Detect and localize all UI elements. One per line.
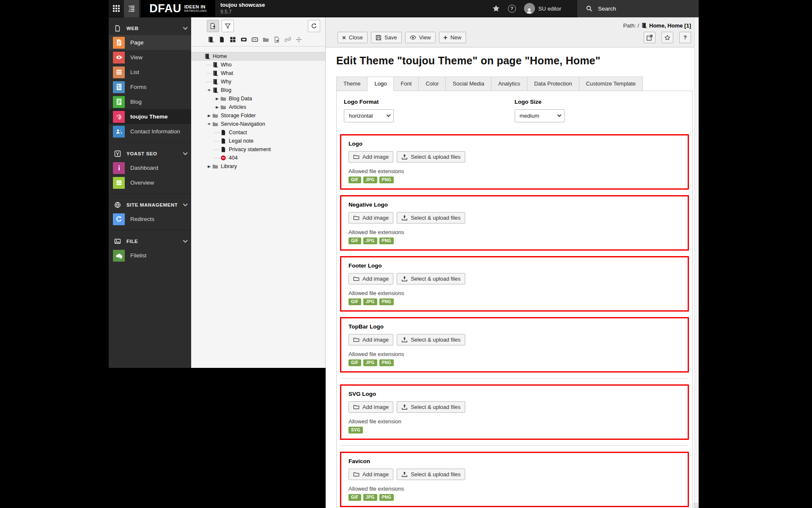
section-title: Favicon	[348, 458, 680, 464]
bookmark-button[interactable]	[661, 32, 673, 43]
module-section-header-yoast-seo[interactable]: YOAST SEO	[109, 147, 191, 160]
tree-node-privacy-statement[interactable]: Privacy statement	[191, 145, 325, 154]
shortcut-icon[interactable]	[230, 36, 236, 43]
tab-logo[interactable]: Logo	[368, 77, 394, 91]
select-upload-files-button[interactable]: Select & upload files	[397, 401, 465, 413]
caret-closed-icon[interactable]: ▶	[214, 94, 220, 103]
tab-social-media[interactable]: Social Media	[446, 77, 491, 91]
path-prefix: Path: /	[623, 22, 639, 29]
sidebar-item-view[interactable]: View	[109, 50, 191, 65]
refresh-button[interactable]	[308, 20, 320, 32]
breadcrumb: Path: / Home, Home [1]	[337, 20, 691, 30]
tab-data-protection[interactable]: Data Protection	[527, 77, 579, 91]
caret-closed-icon[interactable]: ▶	[214, 103, 220, 111]
extension-badge: JPG	[363, 237, 377, 244]
new-button[interactable]: +New	[439, 32, 466, 43]
extension-badges: GIFJPGPNG	[348, 359, 680, 366]
caret-open-icon[interactable]: ▼	[206, 86, 212, 94]
caret-open-icon[interactable]: ▼	[206, 120, 212, 128]
sidebar-item-toujou-theme[interactable]: toujou Theme	[109, 109, 191, 124]
module-content: Path: / Home, Home [1] ×Close Save View …	[326, 17, 699, 508]
view-button[interactable]: View	[405, 32, 436, 43]
help-button[interactable]: ?	[679, 32, 691, 43]
tree-node-who[interactable]: Who	[191, 61, 325, 69]
select-upload-files-button[interactable]: Select & upload files	[397, 212, 465, 224]
module-menu-toggle-button[interactable]	[109, 0, 124, 17]
pagetree-toggle-button[interactable]	[124, 0, 139, 17]
select-upload-files-button[interactable]: Select & upload files	[397, 469, 465, 480]
new-page-button[interactable]	[207, 20, 219, 32]
doc-icon	[220, 130, 226, 135]
tree-node-articles[interactable]: ▶Articles	[191, 103, 325, 111]
sidebar-item-overview[interactable]: Overview	[109, 175, 191, 190]
external-link-icon[interactable]	[274, 36, 280, 43]
folder-icon	[220, 96, 226, 102]
extension-badge: SVG	[348, 427, 363, 433]
vertical-scrollbar[interactable]	[694, 17, 699, 508]
module-section-header-web[interactable]: WEB	[109, 22, 191, 35]
user-menu[interactable]: SU editor	[524, 3, 561, 14]
select-upload-files-button[interactable]: Select & upload files	[397, 273, 465, 284]
tree-node-what[interactable]: What	[191, 69, 325, 77]
search-input[interactable]: Search	[577, 0, 699, 17]
tree-node-storage-folder[interactable]: ▶Storage Folder	[191, 111, 325, 120]
sidebar-item-forms[interactable]: Forms	[109, 80, 191, 94]
tree-node-legal-note[interactable]: Legal note	[191, 137, 325, 145]
modules-grid-icon	[113, 5, 120, 12]
logo-size-select[interactable]: medium	[515, 109, 565, 122]
tree-node-blog-data[interactable]: ▶Blog Data	[191, 94, 325, 103]
folder-icon[interactable]	[263, 36, 269, 43]
save-button[interactable]: Save	[371, 32, 402, 43]
module-section-header-file[interactable]: FILE	[109, 235, 191, 248]
tab-font[interactable]: Font	[394, 77, 419, 91]
sidebar-item-list[interactable]: List	[109, 65, 191, 80]
mount-point-icon[interactable]	[241, 36, 247, 43]
section-buttons: Add imageSelect & upload files	[348, 273, 680, 284]
sidebar-item-contact-information[interactable]: Contact Information	[109, 124, 191, 139]
page-not-in-menu-icon[interactable]	[219, 36, 225, 43]
add-image-button[interactable]: Add image	[348, 334, 393, 345]
avatar	[524, 3, 535, 14]
resize-grip[interactable]	[694, 503, 699, 508]
tab-analytics[interactable]: Analytics	[491, 77, 527, 91]
add-image-button[interactable]: Add image	[348, 212, 393, 224]
bookmarks-star-icon[interactable]	[492, 5, 500, 12]
tree-guide-line	[206, 82, 212, 82]
sidebar-item-redirects[interactable]: Redirects	[109, 212, 191, 226]
tab-customize-template[interactable]: Customize Template	[579, 77, 643, 91]
add-image-button[interactable]: Add image	[348, 401, 393, 413]
filter-button[interactable]	[222, 20, 234, 32]
open-in-new-window-button[interactable]	[644, 32, 656, 43]
select-upload-files-button[interactable]: Select & upload files	[397, 151, 465, 163]
sidebar-item-dashboard[interactable]: Dashboard	[109, 160, 191, 175]
tree-node-blog[interactable]: ▼Blog	[191, 86, 325, 94]
close-button[interactable]: ×Close	[337, 32, 368, 43]
tree-node-service-navigation[interactable]: ▼Service-Navigation	[191, 120, 325, 128]
logo-format-select[interactable]: horizontal	[344, 109, 394, 122]
add-image-button[interactable]: Add image	[348, 469, 393, 480]
sidebar-item-page[interactable]: Page	[109, 35, 191, 50]
tree-node-library[interactable]: ▶Library	[191, 162, 325, 171]
tree-node-contact[interactable]: Contact	[191, 128, 325, 137]
add-image-button[interactable]: Add image	[348, 151, 393, 163]
help-icon[interactable]: ?	[508, 5, 516, 13]
tree-node-why[interactable]: Why	[191, 77, 325, 86]
sidebar-item-blog[interactable]: Blog	[109, 94, 191, 109]
extension-badges: GIFJPGPNG	[348, 237, 680, 244]
caret-closed-icon[interactable]: ▶	[206, 162, 212, 171]
caret-closed-icon[interactable]: ▶	[206, 111, 212, 120]
tree-node-home[interactable]: Home	[191, 52, 325, 61]
separator-icon[interactable]	[296, 36, 302, 43]
module-section-header-site-management[interactable]: SITE MANAGEMENT	[109, 198, 191, 212]
tree-node-404[interactable]: 404	[191, 154, 325, 162]
tab-theme[interactable]: Theme	[336, 77, 368, 91]
page-icon[interactable]	[208, 36, 214, 43]
add-image-button[interactable]: Add image	[348, 273, 393, 284]
tab-color[interactable]: Color	[419, 77, 446, 91]
sidebar-item-filelist[interactable]: Filelist	[109, 248, 191, 263]
path-page[interactable]: Home, Home [1]	[649, 22, 691, 29]
select-upload-files-button[interactable]: Select & upload files	[397, 334, 465, 345]
typo3-backend-window: DFAU IDEEN IN ENTWICKLUNG toujou showcas…	[109, 0, 699, 508]
backend-user-section-icon[interactable]	[252, 36, 258, 43]
link-icon[interactable]	[285, 36, 291, 43]
